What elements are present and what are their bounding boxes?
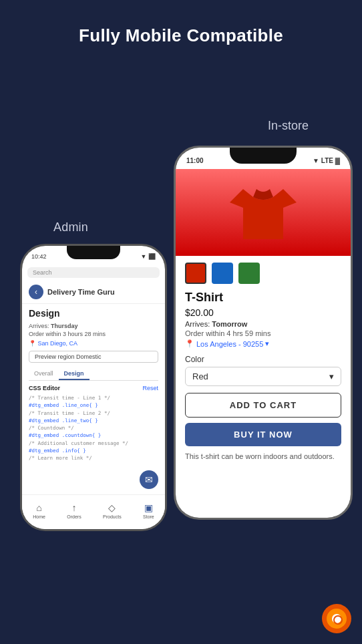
admin-arrives: Arrives: Thursday	[29, 323, 158, 329]
store-icon: ▣	[144, 502, 153, 513]
order-within: Order within 4 hrs 59 mins	[185, 329, 341, 337]
admin-time: 10:42	[31, 253, 47, 260]
product-name: T-Shirt	[185, 291, 341, 305]
admin-nav-products-label: Products	[103, 514, 122, 519]
add-to-cart-button[interactable]: ADD TO CART	[185, 393, 341, 418]
admin-arrives-day: Thursday	[51, 323, 78, 329]
product-image-area	[176, 169, 351, 256]
css-editor-header: CSS Editor Reset	[29, 385, 158, 391]
product-tshirt-svg	[230, 182, 297, 243]
product-description: This t-shirt can be worn indoors and out…	[185, 452, 341, 462]
admin-bottom-nav: ⌂ Home ↑ Orders ◇ Products ▣ Store	[22, 494, 165, 529]
instore-phone-notch	[230, 148, 297, 164]
arrives-day: Tomorrow	[212, 320, 247, 328]
admin-nav-orders-label: Orders	[67, 514, 81, 519]
swatch-green[interactable]	[238, 263, 260, 284]
css-code: /* Transit time - Line 1 */ #dtg_embed .…	[29, 394, 158, 462]
admin-nav-store[interactable]: ▣ Store	[143, 502, 154, 519]
admin-tab-design[interactable]: Design	[59, 368, 89, 380]
chevron-down-icon: ▾	[265, 339, 269, 348]
admin-arrives-label: Arrives:	[29, 323, 49, 329]
page-title: Fully Mobile Compatible	[0, 0, 362, 46]
admin-nav-orders[interactable]: ↑ Orders	[67, 502, 81, 519]
css-editor-reset[interactable]: Reset	[142, 385, 158, 391]
swatch-red[interactable]	[185, 263, 206, 284]
admin-search-label: Search	[33, 269, 52, 276]
speed-dial-button[interactable]	[322, 604, 351, 633]
admin-phone: 10:42 ▼ ⬛ Search ‹ Delivery Time Guru De…	[20, 244, 167, 531]
product-price: $20.00	[185, 307, 341, 318]
admin-nav-bar: ‹ Delivery Time Guru	[22, 281, 165, 304]
location-pin-icon: 📍	[185, 339, 194, 348]
instore-phone: 11:00 ▼ LTE ▓ T-Shirt $20.00 Arrives: To…	[174, 146, 353, 520]
admin-order-within: Order within 3 hours 28 mins	[29, 331, 158, 337]
speed-dial-outer	[322, 604, 351, 633]
admin-back-button[interactable]: ‹	[29, 285, 43, 299]
instore-screen: T-Shirt $20.00 Arrives: Tomorrow Order w…	[176, 169, 351, 518]
instore-time: 11:00	[186, 157, 204, 164]
admin-section-title: Design	[29, 308, 158, 319]
admin-back-icon: ‹	[35, 287, 37, 297]
product-details: T-Shirt $20.00 Arrives: Tomorrow Order w…	[176, 256, 351, 468]
home-icon: ⌂	[36, 502, 41, 513]
admin-content: Design Arrives: Thursday Order within 3 …	[22, 304, 165, 466]
admin-nav-title: Delivery Time Guru	[47, 288, 115, 296]
instore-label: In-store	[268, 119, 309, 133]
color-selected-value: Red	[192, 371, 208, 381]
arrives-row: Arrives: Tomorrow	[185, 320, 341, 328]
admin-phone-notch	[67, 246, 120, 259]
buy-it-now-button[interactable]: BUY IT NOW	[185, 423, 341, 446]
admin-nav-products[interactable]: ◇ Products	[103, 502, 122, 519]
admin-fab-button[interactable]: ✉	[140, 470, 158, 489]
swatch-blue[interactable]	[212, 263, 233, 284]
arrives-label: Arrives:	[185, 320, 210, 328]
color-label: Color	[185, 355, 341, 364]
admin-nav-home-label: Home	[33, 514, 45, 519]
admin-tabs: Overall Design	[29, 368, 158, 381]
admin-search-bar[interactable]: Search	[27, 267, 160, 278]
css-editor-title: CSS Editor	[29, 385, 60, 391]
color-swatches	[185, 263, 341, 284]
orders-icon: ↑	[71, 502, 76, 513]
admin-tab-overall[interactable]: Overall	[29, 368, 59, 380]
location-text: Los Angeles - 90255	[196, 340, 263, 348]
admin-location: 📍 San Diego, CA	[29, 340, 158, 347]
admin-preview-box[interactable]: Preview region Domestic	[29, 351, 158, 363]
color-select-box[interactable]: Red ▾	[185, 367, 341, 386]
admin-nav-home[interactable]: ⌂ Home	[33, 502, 45, 519]
location-row: 📍 Los Angeles - 90255 ▾	[185, 339, 341, 348]
admin-signal: ▼ ⬛	[141, 253, 156, 260]
admin-fab-icon: ✉	[145, 474, 153, 485]
instore-signal: ▼ LTE ▓	[313, 157, 340, 164]
products-icon: ◇	[108, 502, 116, 513]
select-chevron-icon: ▾	[329, 371, 334, 381]
admin-nav-store-label: Store	[143, 514, 154, 519]
speed-dial-icon	[332, 614, 341, 623]
speed-dial-inner	[327, 609, 347, 629]
admin-label: Admin	[53, 220, 88, 234]
admin-screen: Search ‹ Delivery Time Guru Design Arriv…	[22, 265, 165, 529]
